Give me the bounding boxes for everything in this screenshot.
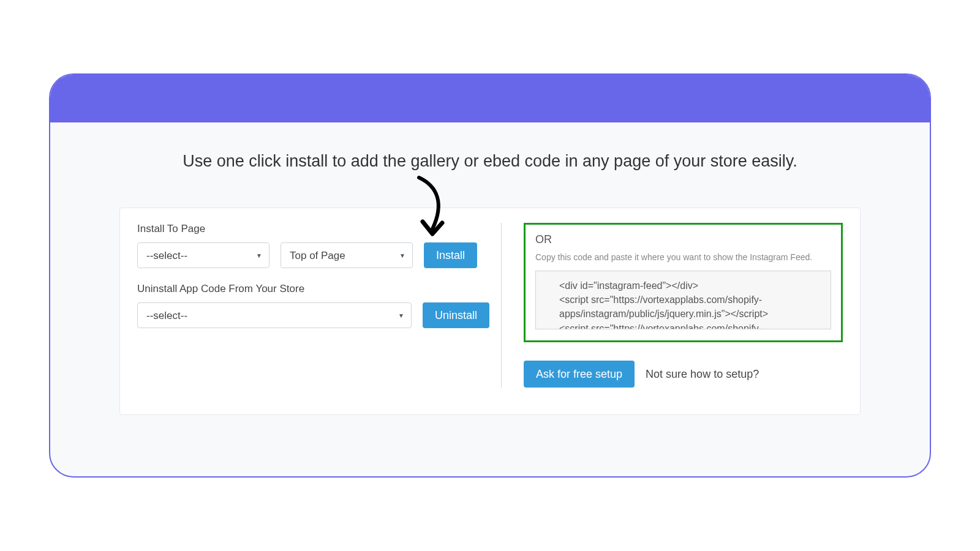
or-label: OR — [535, 233, 831, 246]
setup-help-text: Not sure how to setup? — [646, 368, 759, 381]
uninstall-label: Uninstall App Code From Your Store — [137, 283, 475, 295]
install-column: Install To Page --select-- ▼ Top of Page… — [137, 223, 492, 388]
embed-hint: Copy this code and paste it where you wa… — [535, 252, 831, 262]
panel-divider — [501, 223, 502, 388]
embed-highlight-box: OR Copy this code and paste it where you… — [524, 223, 843, 342]
uninstall-button[interactable]: Uninstall — [423, 302, 489, 328]
embed-column: OR Copy this code and paste it where you… — [510, 223, 843, 388]
headline: Use one click install to add the gallery… — [50, 152, 930, 171]
install-to-page-label: Install To Page — [137, 223, 475, 235]
install-panel: Install To Page --select-- ▼ Top of Page… — [119, 208, 861, 415]
uninstall-page-select[interactable]: --select-- — [137, 302, 412, 328]
embed-code-textarea[interactable] — [535, 271, 831, 329]
header-bar — [50, 75, 930, 122]
ask-free-setup-button[interactable]: Ask for free setup — [524, 361, 635, 388]
install-button[interactable]: Install — [424, 242, 477, 268]
app-frame: Use one click install to add the gallery… — [49, 73, 931, 478]
install-position-select[interactable]: Top of Page — [281, 242, 413, 268]
install-page-select[interactable]: --select-- — [137, 242, 270, 268]
